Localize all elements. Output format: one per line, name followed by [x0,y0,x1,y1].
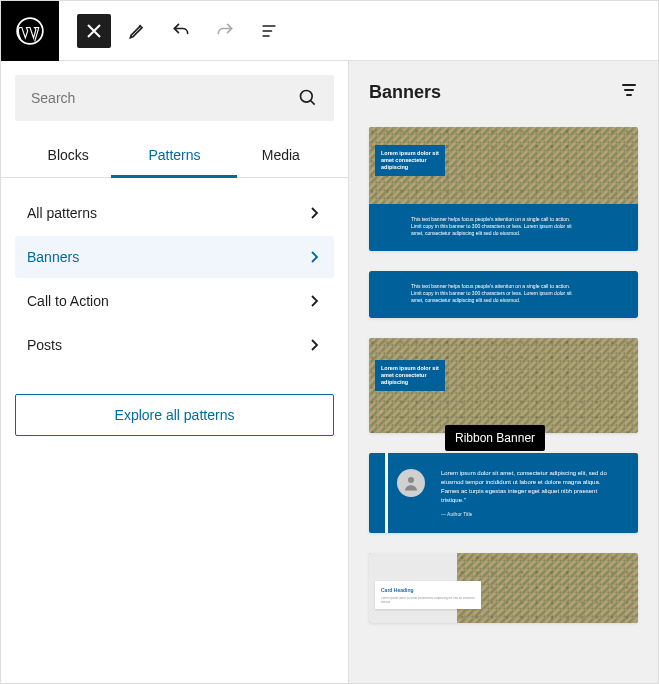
close-icon [87,24,101,38]
category-label: Banners [27,249,79,265]
chevron-right-icon [306,249,322,265]
redo-icon [215,21,235,41]
pattern-category-list: All patterns Banners Call to Action Post… [1,178,348,380]
banner-strip: This text banner helps focus people's at… [369,204,638,251]
pattern-preview-2[interactable]: This text banner helps focus people's at… [369,271,638,318]
undo-button[interactable] [163,13,199,49]
category-all-patterns[interactable]: All patterns [15,192,334,234]
category-label: Call to Action [27,293,109,309]
pattern-preview-5[interactable]: Card Heading Lorem ipsum dolor sit amet … [369,553,638,623]
pattern-preview-3[interactable]: Lorem ipsum dolor sit amet consectetur a… [369,338,638,433]
svg-point-1 [301,91,313,103]
wordpress-icon [16,17,44,45]
tab-patterns[interactable]: Patterns [121,135,227,177]
filter-icon [620,81,638,99]
tab-blocks[interactable]: Blocks [15,135,121,177]
close-button[interactable] [77,14,111,48]
person-icon [402,474,420,492]
pattern-preview-1[interactable]: Lorem ipsum dolor sit amet consectetur a… [369,127,638,251]
filter-button[interactable] [620,81,638,103]
banner-overlay-text: Lorem ipsum dolor sit amet consectetur a… [375,145,445,176]
search-button[interactable] [298,88,318,108]
category-banners[interactable]: Banners [15,236,334,278]
edit-button[interactable] [119,13,155,49]
top-toolbar [1,1,658,61]
svg-point-0 [17,18,43,44]
chevron-right-icon [306,293,322,309]
wordpress-logo[interactable] [1,1,59,61]
svg-point-2 [408,477,414,483]
chevron-right-icon [306,205,322,221]
avatar [397,469,425,497]
redo-button [207,13,243,49]
undo-icon [171,21,191,41]
explore-all-patterns-button[interactable]: Explore all patterns [15,394,334,436]
pattern-preview-4[interactable]: Lorem ipsum dolor sit amet, consectetur … [369,453,638,533]
category-label: Posts [27,337,62,353]
search-icon [298,88,318,108]
list-icon [259,21,279,41]
category-label: All patterns [27,205,97,221]
search-box [15,75,334,121]
category-call-to-action[interactable]: Call to Action [15,280,334,322]
banner-overlay-text: Lorem ipsum dolor sit amet consectetur a… [375,360,445,391]
search-input[interactable] [31,90,298,106]
pattern-tooltip: Ribbon Banner [445,425,545,451]
inserter-tabs: Blocks Patterns Media [1,135,348,178]
banner-card: Card Heading Lorem ipsum dolor sit amet … [375,581,481,609]
pencil-icon [127,21,147,41]
chevron-right-icon [306,337,322,353]
category-posts[interactable]: Posts [15,324,334,366]
patterns-panel-title: Banners [369,82,441,103]
tab-media[interactable]: Media [228,135,334,177]
document-outline-button[interactable] [251,13,287,49]
